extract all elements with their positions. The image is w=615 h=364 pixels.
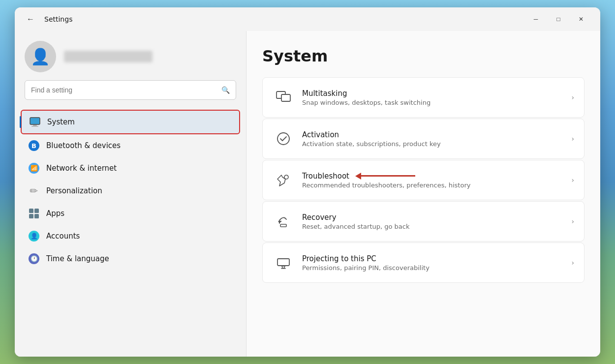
setting-title-troubleshoot: Troubleshoot	[302, 172, 571, 181]
svg-rect-2	[31, 126, 38, 127]
user-icon: 👤	[31, 47, 50, 66]
settings-window: ← Settings ─ □ ✕ 👤 🔍	[15, 7, 600, 357]
search-container: 🔍	[15, 80, 246, 108]
svg-rect-3	[29, 209, 33, 213]
page-title: System	[262, 47, 584, 65]
settings-list: Multitasking Snap windows, desktops, tas…	[262, 77, 584, 283]
svg-rect-4	[34, 209, 39, 213]
main-panel: System Multitasking Snap windows, deskto…	[246, 31, 600, 357]
chevron-right-icon-troubleshoot: ›	[571, 176, 574, 184]
setting-title-recovery: Recovery	[302, 213, 571, 222]
maximize-button[interactable]: □	[547, 11, 570, 27]
profile-section: 👤	[15, 31, 246, 80]
chevron-right-icon-recovery: ›	[571, 217, 574, 225]
setting-title-activation: Activation	[302, 130, 571, 139]
search-input[interactable]	[31, 86, 217, 94]
setting-subtitle-multitasking: Snap windows, desktops, task switching	[302, 99, 571, 106]
svg-rect-0	[30, 118, 40, 124]
sidebar-item-apps[interactable]: Apps	[21, 202, 240, 225]
annotation-arrow	[355, 173, 415, 180]
search-box[interactable]: 🔍	[25, 80, 236, 100]
svg-rect-13	[281, 268, 286, 269]
titlebar-left: ← Settings	[23, 11, 524, 27]
setting-text-projecting: Projecting to this PC Permissions, pairi…	[302, 254, 571, 272]
svg-rect-8	[281, 94, 290, 101]
sidebar-item-label-personalization: Personalization	[46, 186, 102, 195]
arrow-head-icon	[355, 173, 361, 180]
sidebar: 👤 🔍	[15, 31, 246, 357]
activation-icon	[276, 131, 291, 147]
setting-item-activation[interactable]: Activation Activation state, subscriptio…	[262, 119, 584, 159]
setting-item-projecting[interactable]: Projecting to this PC Permissions, pairi…	[262, 243, 584, 283]
setting-subtitle-projecting: Permissions, pairing PIN, discoverabilit…	[302, 264, 571, 272]
multitasking-icon	[276, 90, 291, 105]
sidebar-item-personalization[interactable]: ✏️ Personalization	[21, 180, 240, 202]
sidebar-item-bluetooth[interactable]: B Bluetooth & devices	[21, 134, 240, 157]
svg-rect-1	[33, 125, 37, 126]
apps-icon	[29, 208, 39, 219]
sidebar-item-label-bluetooth: Bluetooth & devices	[46, 141, 121, 150]
setting-item-recovery[interactable]: Recovery Reset, advanced startup, go bac…	[262, 201, 584, 242]
activation-icon-wrap	[273, 128, 294, 150]
personalization-icon: ✏️	[29, 185, 39, 196]
svg-point-9	[277, 133, 289, 145]
back-button[interactable]: ←	[23, 11, 38, 27]
nav-list: System B Bluetooth & devices 📶 Network &…	[15, 108, 246, 357]
avatar: 👤	[25, 41, 56, 72]
multitasking-icon-wrap	[273, 87, 294, 108]
search-icon: 🔍	[221, 86, 230, 94]
svg-point-10	[284, 175, 288, 179]
wifi-icon: 📶	[29, 163, 39, 174]
setting-title-projecting: Projecting to this PC	[302, 254, 571, 263]
setting-subtitle-troubleshoot: Recommended troubleshooters, preferences…	[302, 182, 571, 189]
svg-rect-12	[277, 259, 289, 266]
chevron-right-icon-activation: ›	[571, 135, 574, 143]
sidebar-item-time[interactable]: 🕐 Time & language	[21, 247, 240, 270]
sidebar-item-label-system: System	[47, 118, 75, 126]
projecting-icon	[276, 255, 291, 271]
setting-text-activation: Activation Activation state, subscriptio…	[302, 130, 571, 148]
sidebar-item-label-time: Time & language	[46, 254, 109, 263]
setting-subtitle-recovery: Reset, advanced startup, go back	[302, 223, 571, 230]
troubleshoot-icon	[276, 172, 291, 188]
setting-title-multitasking: Multitasking	[302, 89, 571, 98]
svg-rect-11	[280, 224, 286, 227]
chevron-right-icon-projecting: ›	[571, 259, 574, 267]
accounts-icon: 👤	[29, 231, 39, 242]
arrow-line	[361, 175, 415, 177]
projecting-icon-wrap	[273, 252, 294, 273]
setting-text-recovery: Recovery Reset, advanced startup, go bac…	[302, 213, 571, 230]
recovery-icon	[276, 213, 291, 229]
profile-info-blurred	[64, 51, 153, 62]
sidebar-item-network[interactable]: 📶 Network & internet	[21, 157, 240, 180]
recovery-icon-wrap	[273, 211, 294, 232]
time-icon: 🕐	[29, 253, 39, 264]
titlebar: ← Settings ─ □ ✕	[15, 7, 600, 31]
svg-rect-5	[29, 214, 33, 218]
bluetooth-icon: B	[29, 140, 39, 151]
sidebar-item-accounts[interactable]: 👤 Accounts	[21, 225, 240, 247]
setting-text-troubleshoot: Troubleshoot Recommended troubleshooters…	[302, 172, 571, 189]
setting-item-multitasking[interactable]: Multitasking Snap windows, desktops, tas…	[262, 77, 584, 118]
sidebar-item-label-accounts: Accounts	[46, 232, 80, 241]
setting-item-troubleshoot[interactable]: Troubleshoot Recommended troubleshooters…	[262, 160, 584, 200]
sidebar-item-label-apps: Apps	[46, 209, 64, 218]
sidebar-item-system[interactable]: System	[21, 110, 240, 134]
setting-subtitle-activation: Activation state, subscriptions, product…	[302, 140, 571, 148]
troubleshoot-icon-wrap	[273, 169, 294, 191]
content-area: 👤 🔍	[15, 31, 600, 357]
chevron-right-icon-multitasking: ›	[571, 93, 574, 101]
close-button[interactable]: ✕	[570, 11, 592, 27]
window-title: Settings	[44, 15, 72, 23]
titlebar-controls: ─ □ ✕	[524, 11, 592, 27]
system-icon	[30, 117, 40, 127]
setting-text-multitasking: Multitasking Snap windows, desktops, tas…	[302, 89, 571, 106]
sidebar-item-label-network: Network & internet	[46, 164, 117, 173]
svg-rect-6	[34, 214, 39, 218]
minimize-button[interactable]: ─	[524, 11, 547, 27]
